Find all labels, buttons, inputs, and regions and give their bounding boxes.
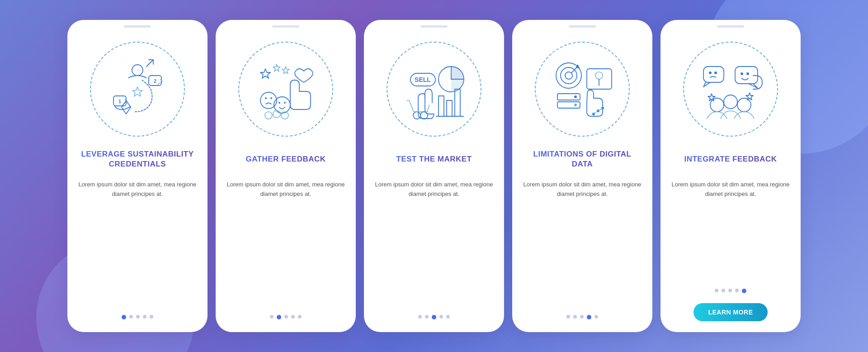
svg-point-12: [270, 97, 272, 99]
learn-more-button[interactable]: LEARN MORE: [693, 303, 767, 321]
svg-point-49: [741, 72, 743, 75]
svg-point-14: [278, 102, 280, 104]
dot-2-1: [270, 315, 274, 319]
card-desc-1: Lorem ipsum dolor sit dim amet, mea regi…: [78, 180, 197, 306]
svg-point-46: [709, 71, 712, 74]
card-title-3: TEST THE MARKET: [396, 146, 472, 173]
svg-rect-26: [455, 89, 460, 116]
svg-marker-8: [273, 64, 280, 71]
svg-point-15: [284, 102, 286, 104]
card-title-4: LIMITATIONS OF DIGITAL DATA: [523, 146, 642, 173]
card-title-2: GATHER FEEDBACK: [245, 146, 326, 173]
card-integrate-feedback: INTEGRATE FEEDBACK Lorem ipsum dolor sit…: [660, 20, 801, 332]
svg-rect-24: [439, 96, 444, 116]
dots-row-3: [418, 315, 450, 319]
svg-rect-45: [703, 67, 724, 82]
dot-2-active: [277, 315, 281, 319]
svg-point-47: [714, 71, 717, 74]
card-digital-data: LIMITATIONS OF DIGITAL DATA Lorem ipsum …: [512, 20, 652, 332]
dots-row-2: [270, 315, 302, 319]
dot-4-2: [573, 315, 577, 319]
svg-marker-54: [708, 94, 715, 101]
svg-point-28: [413, 112, 420, 119]
dots-row-5: [715, 289, 746, 293]
svg-text:1: 1: [118, 99, 121, 104]
dot-3-4: [439, 315, 443, 319]
svg-point-29: [420, 112, 428, 119]
dot-1-2: [129, 315, 133, 319]
dot-4-5: [594, 315, 598, 319]
dot-2-4: [291, 315, 295, 319]
gather-feedback-icon: [250, 53, 322, 125]
svg-point-36: [595, 72, 603, 79]
dot-1-active: [122, 315, 126, 319]
svg-point-51: [710, 98, 724, 112]
dot-1-5: [150, 315, 153, 319]
dot-3-2: [425, 315, 429, 319]
icon-circle-4: [535, 42, 630, 137]
svg-point-39: [574, 95, 577, 98]
icon-circle-1: 2 1: [90, 42, 185, 137]
card-desc-4: Lorem ipsum dolor sit dim amet, mea regi…: [523, 180, 642, 306]
card-title-5: INTEGRATE FEEDBACK: [684, 146, 777, 173]
dot-4-active: [587, 315, 591, 319]
card-desc-5: Lorem ipsum dolor sit dim amet, mea regi…: [671, 180, 790, 280]
dots-row-1: [122, 315, 153, 319]
dot-5-active: [742, 289, 746, 293]
icon-circle-3: SELL: [387, 42, 481, 137]
dot-5-3: [728, 289, 732, 292]
icon-circle-2: [238, 42, 333, 137]
card-leverage-sustainability: 2 1 LEVERAGE SUSTAINABILITY CREDENTIALS …: [67, 20, 208, 332]
dot-4-1: [566, 315, 570, 319]
svg-text:SELL: SELL: [415, 76, 431, 83]
dot-2-3: [284, 315, 288, 319]
card-desc-3: Lorem ipsum dolor sit dim amet, mea regi…: [375, 180, 493, 306]
test-market-icon: SELL: [398, 53, 470, 125]
svg-point-52: [724, 95, 737, 109]
dot-5-2: [722, 289, 725, 292]
dot-2-5: [298, 315, 302, 319]
svg-text:2: 2: [154, 78, 156, 84]
dot-3-active: [432, 315, 436, 319]
dot-4-3: [580, 315, 584, 319]
card-test-market: SELL TEST THE MARKET: [364, 20, 504, 332]
digital-data-icon: [546, 53, 618, 125]
sustainability-icon: 2 1: [101, 53, 174, 125]
dot-3-1: [418, 315, 422, 319]
integrate-feedback-icon: [694, 53, 767, 125]
card-title-1: LEVERAGE SUSTAINABILITY CREDENTIALS: [78, 146, 197, 173]
svg-marker-9: [282, 67, 289, 74]
dot-1-4: [143, 315, 146, 319]
svg-rect-25: [447, 100, 452, 116]
card-gather-feedback: GATHER FEEDBACK Lorem ipsum dolor sit di…: [216, 20, 356, 332]
svg-marker-7: [260, 69, 270, 78]
svg-point-0: [132, 65, 143, 76]
svg-marker-6: [132, 87, 142, 96]
svg-point-11: [265, 97, 267, 99]
svg-rect-48: [735, 67, 758, 84]
dot-5-1: [715, 289, 718, 292]
svg-point-41: [574, 104, 577, 106]
svg-point-53: [737, 98, 751, 112]
cards-container: 2 1 LEVERAGE SUSTAINABILITY CREDENTIALS …: [49, 6, 819, 346]
card-desc-2: Lorem ipsum dolor sit dim amet, mea regi…: [226, 180, 345, 306]
dot-3-5: [446, 315, 450, 319]
dots-row-4: [566, 315, 598, 319]
svg-point-50: [746, 72, 749, 75]
svg-point-16: [265, 112, 272, 119]
dot-1-3: [136, 315, 140, 319]
icon-circle-5: [683, 42, 778, 137]
dot-5-4: [735, 289, 739, 292]
